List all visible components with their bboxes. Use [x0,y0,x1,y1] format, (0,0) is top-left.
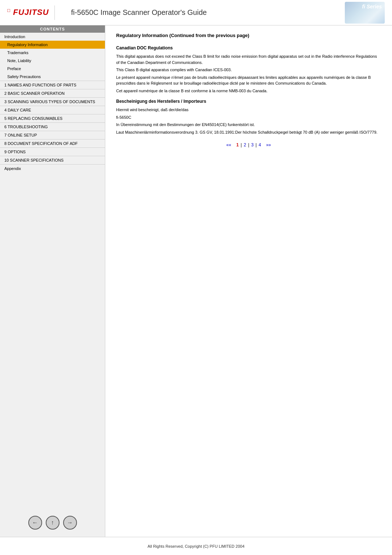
page-prev-link[interactable]: «« [226,142,231,147]
bescheinigung-para-4: Laut Maschinenlärminformationsverordnung… [116,129,381,135]
canadian-para-4: Cet appareil numérique de la classe B es… [116,88,381,94]
sidebar: CONTENTS Introduction Regulatory Informa… [0,25,105,537]
fujitsu-logo-container: □ FUJITSU [7,5,60,20]
sidebar-item-preface[interactable]: Preface [0,65,105,73]
nav-back-button[interactable]: ← [28,516,42,530]
page-next-link[interactable]: »» [266,142,271,147]
page-sep-3: | [256,142,257,147]
main-layout: CONTENTS Introduction Regulatory Informa… [0,25,392,537]
sidebar-item-regulatory[interactable]: Regulatory Information [0,41,105,49]
bescheinigung-para-1: Hiermit wird bescheinigt, daß der/die/da… [116,107,381,113]
sidebar-item-ch9[interactable]: 9 OPTIONS [0,148,105,156]
page-navigation: «« 1 | 2 | 3 | 4 »» [116,142,381,147]
sidebar-item-ch3[interactable]: 3 SCANNING VARIOUS TYPES OF DOCUMENTS [0,98,105,106]
nav-up-button[interactable]: ↑ [46,516,60,530]
sidebar-item-note-liability[interactable]: Note, Liability [0,57,105,65]
sidebar-item-ch6[interactable]: 6 TROUBLESHOOTING [0,123,105,131]
page-link-1[interactable]: 1 [236,142,239,147]
canadian-para-2: This Class B digital apparatus complies … [116,67,381,73]
sidebar-item-trademarks[interactable]: Trademarks [0,49,105,57]
sidebar-item-ch1[interactable]: 1 NAMES AND FUNCTIONS OF PARTS [0,81,105,89]
sidebar-item-ch7[interactable]: 7 ONLINE SETUP [0,131,105,139]
section-title-bescheinigung: Bescheinigung des Herstellers / Importeu… [116,99,381,104]
sidebar-item-ch4[interactable]: 4 DAILY CARE [0,106,105,114]
canadian-para-3: Le présent appareil numérique n'émet pas… [116,74,381,86]
canadian-para-1: This digital apparatus does not exceed t… [116,53,381,65]
contents-header: CONTENTS [0,25,105,33]
content-page-header: Regulatory Information (Continued from t… [116,33,381,40]
page-link-2[interactable]: 2 [244,142,246,147]
bescheinigung-para-3: In Übereinstimmung mit den Bestimmungen … [116,122,381,128]
page-nav-separator-start [233,142,234,147]
sidebar-item-safety[interactable]: Safety Precautions [0,73,105,81]
sidebar-item-ch10[interactable]: 10 SCANNER SPECIFICATIONS [0,156,105,164]
page-sep-2: | [248,142,249,147]
fi-series-label: fi Series [362,4,382,9]
page-nav-separator-end [263,142,264,147]
sidebar-nav: Introduction Regulatory Information Trad… [0,33,105,509]
page-link-4[interactable]: 4 [258,142,261,147]
page-title: fi-5650C Image Scanner Operator's Guide [71,8,385,17]
page-link-3[interactable]: 3 [251,142,254,147]
sidebar-item-ch8[interactable]: 8 DOCUMENT SPECIFICATION OF ADF [0,139,105,147]
sidebar-item-introduction[interactable]: Introduction [0,33,105,41]
bescheinigung-para-2: fi-5650C [116,114,381,121]
header: □ FUJITSU fi-5650C Image Scanner Operato… [0,0,392,25]
footer-text: All Rights Reserved, Copyright (C) PFU L… [147,544,244,548]
page-sep-1: | [241,142,242,147]
section-title-canadian: Canadian DOC Regulations [116,45,381,50]
fujitsu-logo: □ FUJITSU [7,8,49,17]
sidebar-item-ch2[interactable]: 2 BASIC SCANNER OPERATION [0,89,105,97]
sidebar-nav-buttons: ← ↑ → [0,509,105,537]
footer: All Rights Reserved, Copyright (C) PFU L… [0,537,392,555]
sidebar-item-ch5[interactable]: 5 REPLACING CONSUMABLES [0,114,105,122]
nav-forward-button[interactable]: → [63,516,77,530]
sidebar-item-appendix[interactable]: Appendix [0,165,105,173]
fi-series-logo: fi Series [345,2,385,24]
content-area: Regulatory Information (Continued from t… [105,25,392,537]
